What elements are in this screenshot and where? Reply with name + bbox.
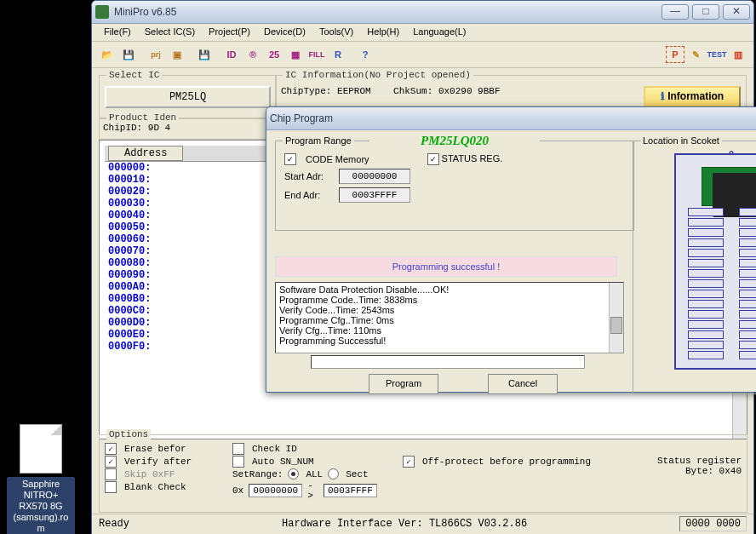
dialog-titlebar: Chip Program ✕ — [266, 107, 756, 130]
range-to[interactable]: 0003FFFF — [324, 484, 377, 497]
fill-icon[interactable]: FILL — [306, 45, 327, 64]
progress-bar — [311, 355, 585, 369]
code-memory-label: CODE Memory — [306, 154, 369, 164]
menu-help[interactable]: Help(H) — [360, 24, 406, 41]
app-icon — [95, 5, 109, 19]
start-adr-label: Start Adr: — [284, 171, 332, 181]
socket-diagram — [674, 153, 756, 370]
disk-icon[interactable]: 💾 — [194, 45, 215, 64]
ic-info-label: IC Information(No Project opened) — [283, 70, 473, 80]
skip-label: Skip 0xFF — [124, 469, 175, 479]
chipid-value: ChipID: 9D 4 — [103, 123, 170, 133]
dialog-title: Chip Program — [270, 112, 756, 124]
desktop-rom-file[interactable]: Sapphire NITRO+ RX570 8G (samsung).ro m — [7, 424, 75, 534]
minimize-button[interactable]: — — [662, 4, 689, 20]
status-reg-byte: Status register Byte: 0x40 — [624, 442, 742, 502]
test-icon[interactable]: TEST — [707, 45, 727, 64]
menu-project[interactable]: Project(P) — [202, 24, 257, 41]
hex-header: Address — [108, 146, 183, 161]
open-icon[interactable]: 📂 — [97, 45, 117, 64]
status-reg-label: STATUS REG. — [442, 153, 503, 164]
id-icon[interactable]: ID — [221, 45, 242, 64]
location-socket-group: Location in Scoket 0 — [633, 141, 756, 394]
offprotect-checkbox[interactable] — [403, 456, 415, 468]
toolbar: 📂 💾 prj ▣ 💾 ID ® 25 ▦ FILL R ? P ✎ TEST … — [92, 42, 753, 68]
chip-graphic — [702, 167, 756, 206]
menu-tools[interactable]: Tools(V) — [312, 24, 360, 41]
menu-device[interactable]: Device(D) — [257, 24, 312, 41]
prodid-label: Product Iden — [106, 112, 179, 123]
log-output[interactable]: Software Data Protection Disable......OK… — [275, 282, 624, 353]
status-ready: Ready — [99, 518, 129, 530]
program-range-group: Program Range PM25LQ020 CODE Memory STAT… — [275, 141, 634, 231]
chip-program-dialog: Chip Program ✕ Program Range PM25LQ020 C… — [266, 106, 756, 393]
skip-checkbox — [105, 468, 117, 480]
edit-icon[interactable]: ✎ — [685, 45, 706, 64]
chiptype-value: EEPROM — [337, 86, 371, 96]
close-button[interactable]: ✕ — [723, 4, 750, 20]
verify-label: Verify after — [124, 456, 192, 467]
log-scrollbar[interactable] — [609, 283, 623, 353]
slot-icon[interactable]: ▥ — [728, 45, 748, 64]
location-label: Location in Scoket — [640, 135, 722, 146]
window-title: MiniPro v6.85 — [114, 6, 658, 18]
checkid-label: Check ID — [252, 444, 297, 454]
chksum-label: ChkSum: — [393, 86, 432, 96]
chksum-value: 0x0290 9BBF — [438, 86, 501, 96]
start-adr-input[interactable]: 00000000 — [339, 169, 410, 184]
status-right: 0000 0000 — [679, 516, 747, 531]
menu-language[interactable]: Language(L) — [406, 24, 472, 41]
25-icon[interactable]: 25 — [264, 45, 284, 64]
erase-label: Erase befor — [124, 444, 186, 454]
chip-icon[interactable]: ▦ — [285, 45, 306, 64]
end-adr-label: End Adr: — [284, 190, 332, 200]
range-all-radio[interactable] — [288, 468, 299, 479]
file-icon — [20, 424, 62, 474]
blank-checkbox[interactable] — [105, 481, 117, 493]
status-message: Programming successful ! — [275, 256, 617, 277]
select-ic-button[interactable]: PM25LQ — [105, 86, 271, 108]
menu-file[interactable]: File(F) — [97, 24, 138, 41]
prj-icon[interactable]: prj — [146, 45, 166, 64]
code-memory-checkbox[interactable] — [284, 153, 296, 165]
program-range-label: Program Range — [283, 135, 354, 146]
end-adr-input[interactable]: 0003FFFF — [339, 187, 410, 203]
erase-checkbox[interactable] — [105, 443, 117, 455]
r-icon[interactable]: R — [328, 45, 348, 64]
select-ic-label: Select IC — [106, 70, 162, 80]
setrange-label: SetRange: — [232, 469, 283, 479]
sect-label: Sect — [346, 469, 368, 479]
range-sect-radio[interactable] — [328, 468, 339, 479]
p-icon[interactable]: P — [666, 46, 684, 63]
offprotect-label: Off-protect before programming — [422, 456, 591, 467]
cancel-button[interactable]: Cancel — [488, 374, 558, 394]
help-icon[interactable]: ? — [355, 45, 375, 64]
range-from[interactable]: 00000000 — [249, 484, 302, 497]
status-bar: Ready Hardware Interface Ver: TL866CS V0… — [92, 514, 753, 533]
all-label: ALL — [306, 469, 323, 479]
autosn-checkbox[interactable] — [232, 456, 244, 468]
titlebar: MiniPro v6.85 — □ ✕ — [92, 1, 753, 24]
status-hw: Hardware Interface Ver: TL866CS V03.2.86 — [129, 518, 679, 530]
prj2-icon[interactable]: ▣ — [167, 45, 187, 64]
menu-bar: File(F) Select IC(S) Project(P) Device(D… — [92, 24, 753, 42]
ox-label: 0x — [232, 485, 243, 496]
rf-icon[interactable]: ® — [243, 45, 263, 64]
autosn-label: Auto SN_NUM — [252, 456, 314, 467]
save-icon[interactable]: 💾 — [118, 45, 139, 64]
verify-checkbox[interactable] — [105, 456, 117, 468]
file-label: Sapphire NITRO+ RX570 8G (samsung).ro m — [7, 477, 75, 534]
status-reg-checkbox[interactable] — [427, 153, 439, 165]
chiptype-label: ChipType: — [281, 86, 331, 96]
menu-selectic[interactable]: Select IC(S) — [138, 24, 202, 41]
arrow: -> — [307, 480, 318, 501]
program-button[interactable]: Program — [369, 374, 438, 394]
blank-label: Blank Check — [124, 482, 186, 492]
options-group: Options Erase befor Verify after Skip 0x… — [99, 434, 747, 513]
checkid-checkbox[interactable] — [232, 443, 244, 455]
chip-name: PM25LQ020 — [369, 134, 540, 148]
options-label: Options — [106, 429, 151, 439]
maximize-button[interactable]: □ — [692, 4, 719, 20]
